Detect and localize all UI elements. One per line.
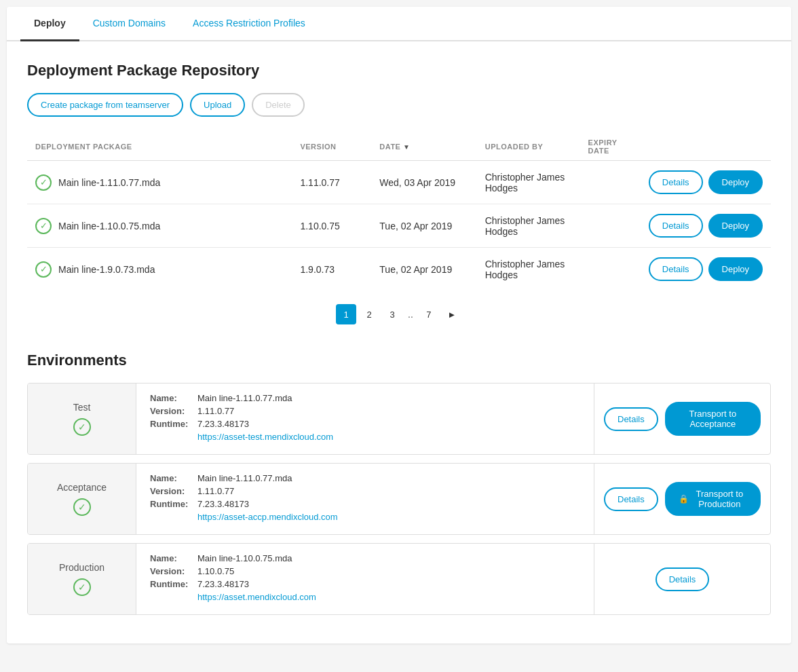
upload-button[interactable]: Upload: [190, 93, 245, 117]
col-header-date: DATE ▼: [371, 133, 476, 161]
env-url-row: https://asset-test.mendixcloud.com: [150, 432, 580, 442]
env-url-spacer: [150, 512, 197, 522]
env-details-button[interactable]: Details: [604, 487, 658, 511]
details-button[interactable]: Details: [649, 214, 703, 238]
env-name-value: Main line-1.11.0.77.mda: [197, 393, 292, 403]
pkg-expiry: [580, 204, 641, 248]
pkg-expiry: [580, 248, 641, 291]
env-name-label: Name:: [150, 473, 197, 483]
pkg-name-cell: ✓ Main line-1.9.0.73.mda: [35, 261, 284, 278]
env-version-value: 1.10.0.75: [197, 566, 234, 576]
pkg-name-cell: ✓ Main line-1.10.0.75.mda: [35, 218, 284, 234]
page-next-btn[interactable]: ►: [442, 304, 462, 324]
env-label-col: Acceptance ✓: [28, 464, 136, 534]
env-details-col: Name: Main line-1.11.0.77.mda Version: 1…: [136, 464, 594, 534]
env-url-link[interactable]: https://asset-accp.mendixcloud.com: [197, 512, 338, 522]
env-actions-col: Details Transport to Acceptance: [594, 384, 770, 454]
row-actions: Details Deploy: [649, 170, 763, 194]
env-details-col: Name: Main line-1.10.0.75.mda Version: 1…: [136, 544, 594, 614]
deploy-button[interactable]: Deploy: [708, 170, 763, 194]
details-button[interactable]: Details: [649, 257, 703, 281]
pkg-version: 1.10.0.75: [292, 204, 371, 248]
env-version-row: Version: 1.11.0.77: [150, 486, 580, 496]
pkg-version: 1.11.0.77: [292, 161, 371, 204]
tabs-bar: Deploy Custom Domains Access Restriction…: [7, 7, 791, 41]
env-url-row: https://asset.mendixcloud.com: [150, 592, 580, 602]
pkg-date: Wed, 03 Apr 2019: [371, 161, 476, 204]
actions-row: Create package from teamserver Upload De…: [27, 93, 771, 117]
env-check-icon: ✓: [73, 418, 91, 436]
env-action-button[interactable]: Transport to Acceptance: [665, 402, 761, 436]
env-version-label: Version:: [150, 566, 197, 576]
env-runtime-value: 7.23.3.48173: [197, 499, 249, 509]
deploy-button[interactable]: Deploy: [708, 214, 763, 238]
env-label: Test: [73, 402, 91, 413]
page-btn-1[interactable]: 1: [336, 304, 356, 324]
pkg-expiry: [580, 161, 641, 204]
col-header-package: DEPLOYMENT PACKAGE: [27, 133, 292, 161]
pkg-name: Main line-1.9.0.73.mda: [58, 264, 155, 275]
check-icon: ✓: [35, 261, 52, 278]
env-action-button[interactable]: 🔒 Transport to Production: [665, 482, 761, 516]
env-url-row: https://asset-accp.mendixcloud.com: [150, 512, 580, 522]
env-runtime-row: Runtime: 7.23.3.48173: [150, 419, 580, 429]
page-btn-2[interactable]: 2: [359, 304, 379, 324]
env-runtime-label: Runtime:: [150, 419, 197, 429]
env-details-button[interactable]: Details: [656, 567, 710, 591]
sort-icon: ▼: [403, 143, 410, 151]
details-button[interactable]: Details: [649, 170, 703, 194]
deploy-button[interactable]: Deploy: [708, 257, 763, 281]
environments-section: Environments Test ✓ Name: Main line-1.11…: [27, 352, 771, 615]
env-card-test: Test ✓ Name: Main line-1.11.0.77.mda Ver…: [27, 383, 771, 455]
page-btn-3[interactable]: 3: [382, 304, 402, 324]
env-name-row: Name: Main line-1.10.0.75.mda: [150, 553, 580, 563]
env-check-icon: ✓: [73, 498, 91, 516]
env-cards: Test ✓ Name: Main line-1.11.0.77.mda Ver…: [27, 383, 771, 615]
env-label-col: Production ✓: [28, 544, 136, 614]
tab-access-restriction[interactable]: Access Restriction Profiles: [179, 7, 319, 41]
env-runtime-label: Runtime:: [150, 579, 197, 589]
env-url-link[interactable]: https://asset-test.mendixcloud.com: [197, 432, 333, 442]
create-package-button[interactable]: Create package from teamserver: [27, 93, 183, 117]
env-name-value: Main line-1.11.0.77.mda: [197, 473, 292, 483]
env-label: Acceptance: [57, 482, 107, 493]
env-actions-col: Details: [594, 544, 770, 614]
check-icon: ✓: [35, 174, 52, 191]
env-name-row: Name: Main line-1.11.0.77.mda: [150, 473, 580, 483]
table-row: ✓ Main line-1.11.0.77.mda 1.11.0.77 Wed,…: [27, 161, 771, 204]
env-url-link[interactable]: https://asset.mendixcloud.com: [197, 592, 316, 602]
env-name-value: Main line-1.10.0.75.mda: [197, 553, 292, 563]
page-btn-7[interactable]: 7: [419, 304, 439, 324]
table-row: ✓ Main line-1.10.0.75.mda 1.10.0.75 Tue,…: [27, 204, 771, 248]
env-version-row: Version: 1.10.0.75: [150, 566, 580, 576]
pkg-date: Tue, 02 Apr 2019: [371, 204, 476, 248]
col-header-expiry: EXPIRY DATE: [580, 133, 641, 161]
pagination: 1 2 3 .. 7 ►: [27, 291, 771, 331]
pkg-version: 1.9.0.73: [292, 248, 371, 291]
lock-icon: 🔒: [679, 494, 689, 504]
tab-deploy[interactable]: Deploy: [20, 7, 79, 41]
env-details-col: Name: Main line-1.11.0.77.mda Version: 1…: [136, 384, 594, 454]
env-check-icon: ✓: [73, 578, 91, 596]
env-url-spacer: [150, 592, 197, 602]
env-runtime-value: 7.23.3.48173: [197, 579, 249, 589]
deployment-table: DEPLOYMENT PACKAGE VERSION DATE ▼ UPLOAD…: [27, 133, 771, 291]
page-ellipsis: ..: [405, 309, 416, 320]
env-label-col: Test ✓: [28, 384, 136, 454]
pkg-uploaded-by: Christopher James Hodges: [477, 161, 580, 204]
env-version-row: Version: 1.11.0.77: [150, 406, 580, 416]
col-header-version: VERSION: [292, 133, 371, 161]
row-actions: Details Deploy: [649, 257, 763, 281]
env-actions-col: Details 🔒 Transport to Production: [594, 464, 770, 534]
tab-custom-domains[interactable]: Custom Domains: [79, 7, 179, 41]
env-details-button[interactable]: Details: [604, 407, 658, 431]
env-version-value: 1.11.0.77: [197, 486, 234, 496]
pkg-name: Main line-1.10.0.75.mda: [58, 221, 160, 231]
col-header-uploaded: UPLOADED BY: [477, 133, 580, 161]
env-version-label: Version:: [150, 406, 197, 416]
env-name-label: Name:: [150, 553, 197, 563]
delete-button: Delete: [252, 93, 305, 117]
pkg-date: Tue, 02 Apr 2019: [371, 248, 476, 291]
env-name-row: Name: Main line-1.11.0.77.mda: [150, 393, 580, 403]
check-icon: ✓: [35, 218, 52, 234]
